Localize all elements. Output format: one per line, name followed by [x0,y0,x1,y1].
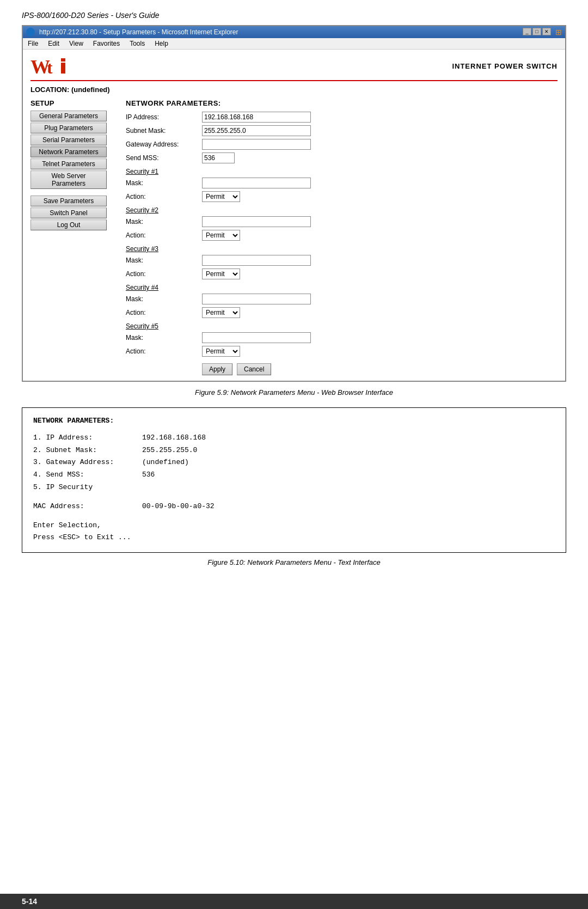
menu-help[interactable]: Help [153,39,170,48]
brand-name: INTERNET POWER SWITCH [452,62,558,70]
page-header-text: IPS-800/1600-D20 Series - User's Guide [22,11,159,20]
win-controls: _ □ ✕ ⊞ [523,28,562,36]
terminal-mac-label: MAC Address: [33,501,142,513]
page-number: 5-14 [22,897,37,906]
sidebar-serial-params[interactable]: Serial Parameters [30,135,107,145]
terminal-mss-label: 4. Send MSS: [33,469,142,481]
ip-address-input[interactable] [202,112,311,123]
form-actions: Apply Cancel [126,363,558,375]
subnet-mask-input[interactable] [202,125,311,136]
menu-favorites[interactable]: Favorites [91,39,121,48]
windows-logo: ⊞ [555,28,562,36]
apply-button[interactable]: Apply [202,363,232,375]
sidebar-telnet-params[interactable]: Telnet Parameters [30,158,107,169]
sidebar-general-params[interactable]: General Parameters [30,111,107,121]
menu-tools[interactable]: Tools [128,39,146,48]
location-label: LOCATION: [30,86,69,94]
main-layout: SETUP General Parameters Plug Parameters… [30,99,558,375]
title-left: http://207.212.30.80 - Setup Parameters … [26,28,238,36]
send-mss-input[interactable] [202,152,235,163]
sidebar-save-params[interactable]: Save Parameters [30,196,107,206]
content-area: NETWORK PARAMETERS: IP Address: Subnet M… [115,99,558,375]
logo-header: W t INTERNET POWER SWITCH [30,55,558,81]
gateway-address-row: Gateway Address: [126,139,558,150]
browser-title: http://207.212.30.80 - Setup Parameters … [39,28,238,36]
logo-svg: W t [30,55,74,77]
security-1-action-row: Action: Permit Deny [126,191,558,202]
sidebar: SETUP General Parameters Plug Parameters… [30,99,115,375]
terminal-gateway-value: (undefined) [142,457,189,468]
terminal-mac-value: 00-09-9b-00-a0-32 [142,501,215,513]
security-4-action-row: Action: Permit Deny [126,307,558,318]
security-3-mask-input[interactable] [202,255,311,266]
terminal-gateway-label: 3. Gateway Address: [33,457,142,468]
security-3-action-label: Action: [126,270,202,278]
ip-address-row: IP Address: [126,112,558,123]
security-2-action-label: Action: [126,231,202,239]
terminal-mac-row: MAC Address: 00-09-9b-00-a0-32 [33,501,555,513]
security-5-mask-input[interactable] [202,332,311,343]
security-5-action-select[interactable]: Permit Deny [202,346,240,357]
security-4-action-label: Action: [126,309,202,316]
terminal-ip-row: 1. IP Address: 192.168.168.168 [33,432,555,444]
terminal-security-row: 5. IP Security [33,482,555,493]
wti-logo: W t [30,55,74,77]
security-3-mask-row: Mask: [126,255,558,266]
gateway-address-label: Gateway Address: [126,141,202,148]
terminal-title: NETWORK PARAMETERS: [33,416,555,427]
menu-file[interactable]: File [26,39,40,48]
sidebar-switch-panel[interactable]: Switch Panel [30,208,107,218]
figure2-caption: Figure 5.10: Network Parameters Menu - T… [22,558,566,566]
ie-icon [26,28,35,36]
location-bar: LOCATION: (undefined) [30,86,558,94]
gateway-address-input[interactable] [202,139,311,150]
security-1-mask-row: Mask: [126,178,558,188]
browser-content: W t INTERNET POWER SWITCH LOCATION: (und… [23,50,565,381]
terminal-gateway-row: 3. Gateway Address: (undefined) [33,457,555,468]
minimize-button[interactable]: _ [523,28,531,35]
security-1-action-select[interactable]: Permit Deny [202,191,240,202]
security-2-mask-row: Mask: [126,216,558,227]
network-params-title: NETWORK PARAMETERS: [126,99,558,107]
security-1-header: Security #1 [126,168,558,175]
terminal-prompt1: Enter Selection, [33,520,101,532]
security-3-action-select[interactable]: Permit Deny [202,269,240,279]
terminal-subnet-value: 255.255.255.0 [142,445,197,456]
sidebar-log-out[interactable]: Log Out [30,219,107,230]
page-header: IPS-800/1600-D20 Series - User's Guide [22,11,566,20]
security-2-action-select[interactable]: Permit Deny [202,230,240,241]
security-2-mask-label: Mask: [126,218,202,225]
svg-rect-3 [61,58,65,62]
terminal-mss-row: 4. Send MSS: 536 [33,469,555,481]
security-5-action-label: Action: [126,347,202,355]
security-5-mask-row: Mask: [126,332,558,343]
terminal-prompt2: Press <ESC> to Exit ... [33,532,131,544]
security-5-mask-label: Mask: [126,334,202,341]
terminal-box: NETWORK PARAMETERS: 1. IP Address: 192.1… [22,407,566,553]
security-2-mask-input[interactable] [202,216,311,227]
close-button[interactable]: ✕ [542,28,551,35]
figure1-caption: Figure 5.9: Network Parameters Menu - We… [22,388,566,396]
security-1-action-label: Action: [126,193,202,200]
security-4-mask-input[interactable] [202,294,311,304]
restore-button[interactable]: □ [532,28,541,35]
cancel-button[interactable]: Cancel [237,363,271,375]
terminal-prompt2-row: Press <ESC> to Exit ... [33,532,555,544]
terminal-prompt1-row: Enter Selection, [33,520,555,532]
subnet-mask-label: Subnet Mask: [126,127,202,135]
security-1-mask-label: Mask: [126,179,202,187]
sidebar-webserver-params[interactable]: Web Server Parameters [30,170,107,189]
terminal-subnet-label: 2. Subnet Mask: [33,445,142,456]
location-value: (undefined) [71,86,110,94]
security-4-header: Security #4 [126,284,558,291]
sidebar-plug-params[interactable]: Plug Parameters [30,123,107,133]
send-mss-row: Send MSS: [126,152,558,163]
security-4-action-select[interactable]: Permit Deny [202,307,240,318]
menu-edit[interactable]: Edit [46,39,61,48]
sidebar-network-params[interactable]: Network Parameters [30,147,107,157]
security-3-header: Security #3 [126,245,558,253]
terminal-security-label: 5. IP Security [33,482,142,493]
menu-view[interactable]: View [68,39,85,48]
security-1-mask-input[interactable] [202,178,311,188]
send-mss-label: Send MSS: [126,154,202,162]
